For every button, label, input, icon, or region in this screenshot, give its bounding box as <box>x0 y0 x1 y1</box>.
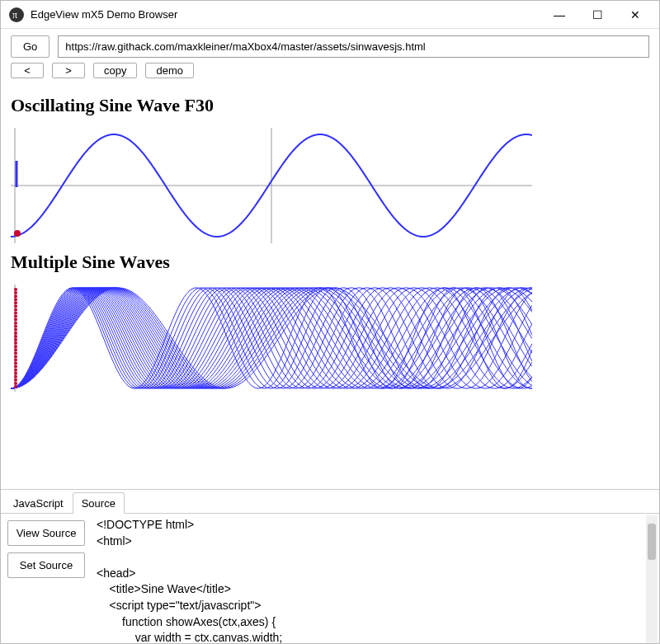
url-input[interactable] <box>58 35 649 58</box>
forward-button[interactable]: > <box>52 63 85 78</box>
set-source-button[interactable]: Set Source <box>7 552 85 578</box>
chart-single-sine <box>11 128 532 243</box>
demo-button[interactable]: demo <box>145 63 194 78</box>
dev-side-buttons: View Source Set Source <box>1 514 92 644</box>
page-content: Oscillating Sine Wave F30 Multiple Sine … <box>1 82 659 489</box>
scrollbar-thumb[interactable] <box>648 524 656 560</box>
browser-toolbar: Go < > copy demo <box>1 29 659 82</box>
window-maximize-button[interactable]: ☐ <box>578 2 616 27</box>
window-close-button[interactable]: ✕ <box>616 2 654 27</box>
svg-text:π: π <box>12 9 17 21</box>
vertical-scrollbar[interactable] <box>646 515 658 644</box>
heading-multiple-sines: Multiple Sine Waves <box>11 251 649 273</box>
tab-source[interactable]: Source <box>73 492 125 514</box>
heading-oscillating-sine: Oscillating Sine Wave F30 <box>11 95 649 116</box>
maximize-icon: ☐ <box>592 8 603 21</box>
source-code-view[interactable]: <!DOCTYPE html> <html> <head> <title>Sin… <box>92 514 659 644</box>
close-icon: ✕ <box>630 8 640 21</box>
copy-button[interactable]: copy <box>93 63 137 78</box>
dev-panel: JavaScript Source View Source Set Source… <box>1 489 659 644</box>
back-button[interactable]: < <box>11 63 44 78</box>
minimize-icon: ― <box>554 8 565 21</box>
chart-multiple-sines <box>11 284 532 392</box>
dev-tabs: JavaScript Source <box>1 490 659 513</box>
window-titlebar: π EdgeView mX5 Demo Browser ― ☐ ✕ <box>1 1 659 29</box>
app-pi-icon: π <box>9 7 24 22</box>
go-button[interactable]: Go <box>11 35 50 58</box>
view-source-button[interactable]: View Source <box>7 520 85 546</box>
window-minimize-button[interactable]: ― <box>540 2 578 27</box>
tab-javascript[interactable]: JavaScript <box>4 492 73 514</box>
window-title: EdgeView mX5 Demo Browser <box>31 8 540 21</box>
